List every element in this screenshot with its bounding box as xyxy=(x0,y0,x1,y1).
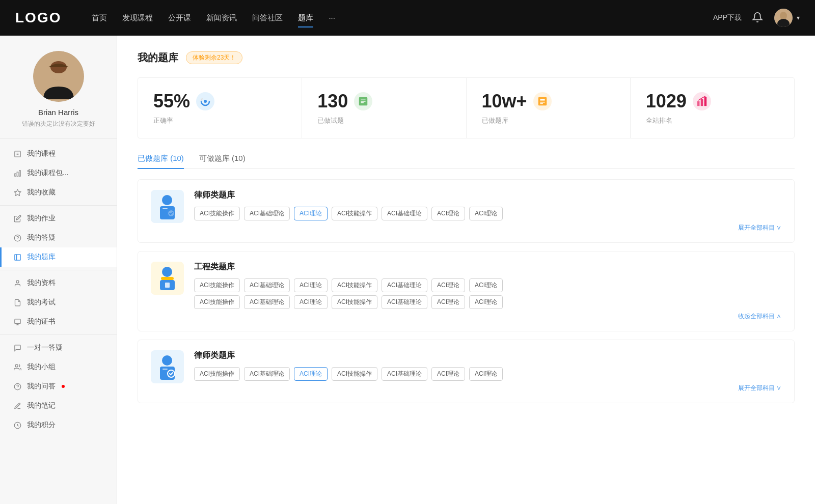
file-icon xyxy=(13,298,22,307)
chat-icon xyxy=(13,343,22,352)
sidebar-item-exam[interactable]: 我的考试 xyxy=(0,293,117,312)
tag-active[interactable]: ACI理论 xyxy=(294,367,328,381)
bank-icon-engineer xyxy=(151,262,184,295)
stat-done-questions: 130 已做试题 xyxy=(302,78,466,138)
svg-point-20 xyxy=(15,364,18,367)
tag[interactable]: ACI基础理论 xyxy=(382,367,427,381)
tag[interactable]: ACI理论 xyxy=(431,367,465,381)
tags-row-engineer-1: ACI技能操作 ACI基础理论 ACI理论 ACI技能操作 ACI基础理论 AC… xyxy=(194,278,781,292)
svg-rect-16 xyxy=(14,254,20,260)
tab-done-banks[interactable]: 已做题库 (10) xyxy=(138,154,184,169)
svg-point-49 xyxy=(162,355,172,366)
book-icon xyxy=(13,253,22,262)
tag[interactable]: ACI技能操作 xyxy=(332,207,377,220)
tag[interactable]: ACI基础理论 xyxy=(382,278,427,292)
tag[interactable]: ACI理论 xyxy=(431,295,465,309)
doc-icon xyxy=(13,149,22,158)
tag[interactable]: ACI基础理论 xyxy=(244,367,290,381)
nav-quiz[interactable]: 题库 xyxy=(298,11,313,25)
stat-icon-bank xyxy=(533,92,552,110)
sidebar-item-my-qa[interactable]: 我的问答 xyxy=(0,377,117,396)
tags-row-lawyer-2: ACI技能操作 ACI基础理论 ACI理论 ACI技能操作 ACI基础理论 AC… xyxy=(194,367,781,381)
menu-divider xyxy=(0,270,117,270)
tag[interactable]: ACI技能操作 xyxy=(194,367,240,381)
expand-link-lawyer-1[interactable]: 展开全部科目 ∨ xyxy=(194,223,781,232)
sidebar-item-points[interactable]: 我的积分 xyxy=(0,415,117,435)
tag[interactable]: ACI基础理论 xyxy=(382,295,427,309)
bank-icon-lawyer xyxy=(151,190,184,223)
sidebar-item-homework[interactable]: 我的作业 xyxy=(0,209,117,228)
sidebar-label: 我的收藏 xyxy=(27,188,56,197)
nav-open-course[interactable]: 公开课 xyxy=(168,11,191,25)
tag[interactable]: ACI理论 xyxy=(469,295,503,309)
user-avatar-area[interactable]: ▾ xyxy=(774,9,800,27)
sidebar-item-questions[interactable]: 我的答疑 xyxy=(0,228,117,247)
sidebar-label: 我的作业 xyxy=(27,214,56,223)
sidebar-item-quiz-bank[interactable]: 我的题库 xyxy=(0,247,117,267)
svg-point-18 xyxy=(16,280,19,283)
tag[interactable]: ACI技能操作 xyxy=(194,295,240,309)
tab-available-banks[interactable]: 可做题库 (10) xyxy=(199,154,246,169)
tag[interactable]: ACI技能操作 xyxy=(332,295,377,309)
svg-rect-37 xyxy=(701,99,703,106)
tag[interactable]: ACI技能操作 xyxy=(332,367,377,381)
navbar: LOGO 首页 发现课程 公开课 新闻资讯 问答社区 题库 ··· APP下载 … xyxy=(0,0,815,36)
tag[interactable]: ACI理论 xyxy=(431,207,465,220)
sidebar-item-1on1[interactable]: 一对一答疑 xyxy=(0,338,117,357)
tag[interactable]: ACI理论 xyxy=(431,278,465,292)
bank-body-lawyer-2: 律师类题库 ACI技能操作 ACI基础理论 ACI理论 ACI技能操作 ACI基… xyxy=(194,350,781,393)
tag[interactable]: ACI理论 xyxy=(469,278,503,292)
svg-marker-13 xyxy=(14,189,21,195)
user-name: Brian Harris xyxy=(10,108,106,117)
sidebar-item-favorites[interactable]: 我的收藏 xyxy=(0,183,117,202)
tag[interactable]: ACI基础理论 xyxy=(244,278,290,292)
tag-active[interactable]: ACI理论 xyxy=(294,207,328,220)
sidebar-item-my-courses[interactable]: 我的课程 xyxy=(0,144,117,163)
nav-more[interactable]: ··· xyxy=(329,11,335,25)
notification-bell-icon[interactable] xyxy=(752,12,764,24)
stat-accuracy: 55% 正确率 xyxy=(138,78,302,138)
stat-value-bank: 10w+ xyxy=(482,91,527,112)
user-motto: 错误的决定比没有决定要好 xyxy=(10,120,106,128)
stat-ranking: 1029 全站排名 xyxy=(631,78,794,138)
nav-news[interactable]: 新闻资讯 xyxy=(206,11,237,25)
sidebar-item-profile[interactable]: 我的资料 xyxy=(0,273,117,293)
score-icon xyxy=(13,421,22,430)
trial-badge: 体验剩余23天！ xyxy=(186,51,242,64)
logo: LOGO xyxy=(15,10,61,26)
bank-body-lawyer-1: 律师类题库 ACI技能操作 ACI基础理论 ACI理论 ACI技能操作 ACI基… xyxy=(194,190,781,232)
tag[interactable]: ACI基础理论 xyxy=(382,207,427,220)
sidebar-item-certificate[interactable]: 我的证书 xyxy=(0,312,117,331)
cert-icon xyxy=(13,317,22,326)
avatar xyxy=(774,9,793,27)
svg-point-1 xyxy=(780,12,787,20)
sidebar-label: 我的答疑 xyxy=(27,233,56,242)
tag[interactable]: ACI基础理论 xyxy=(244,295,290,309)
tag[interactable]: ACI技能操作 xyxy=(332,278,377,292)
stat-label-bank: 已做题库 xyxy=(482,116,615,125)
tag[interactable]: ACI理论 xyxy=(294,278,328,292)
app-download-link[interactable]: APP下载 xyxy=(713,13,742,22)
tag[interactable]: ACI基础理论 xyxy=(244,207,290,220)
sidebar-item-notes[interactable]: 我的笔记 xyxy=(0,396,117,415)
tags-row-lawyer-1: ACI技能操作 ACI基础理论 ACI理论 ACI技能操作 ACI基础理论 AC… xyxy=(194,207,781,220)
sidebar-item-group[interactable]: 我的小组 xyxy=(0,357,117,377)
collapse-link-engineer[interactable]: 收起全部科目 ∧ xyxy=(194,312,781,321)
stat-value-accuracy: 55% xyxy=(153,91,190,112)
sidebar-item-course-pack[interactable]: 我的课程包... xyxy=(0,163,117,183)
main-layout: Brian Harris 错误的决定比没有决定要好 我的课程 我的课程包... xyxy=(0,36,815,504)
tag[interactable]: ACI技能操作 xyxy=(194,207,240,220)
svg-rect-48 xyxy=(165,283,170,288)
tag[interactable]: ACI理论 xyxy=(469,207,503,220)
stat-icon-done xyxy=(354,92,372,110)
nav-home[interactable]: 首页 xyxy=(92,11,107,25)
bank-title-engineer: 工程类题库 xyxy=(194,262,781,272)
nav-qa[interactable]: 问答社区 xyxy=(252,11,283,25)
nav-discover[interactable]: 发现课程 xyxy=(122,11,153,25)
tag[interactable]: ACI理论 xyxy=(294,295,328,309)
tabs-row: 已做题库 (10) 可做题库 (10) xyxy=(138,154,795,169)
expand-link-lawyer-2[interactable]: 展开全部科目 ∨ xyxy=(194,384,781,393)
tag[interactable]: ACI技能操作 xyxy=(194,278,240,292)
menu-divider xyxy=(0,205,117,206)
tag[interactable]: ACI理论 xyxy=(469,367,503,381)
